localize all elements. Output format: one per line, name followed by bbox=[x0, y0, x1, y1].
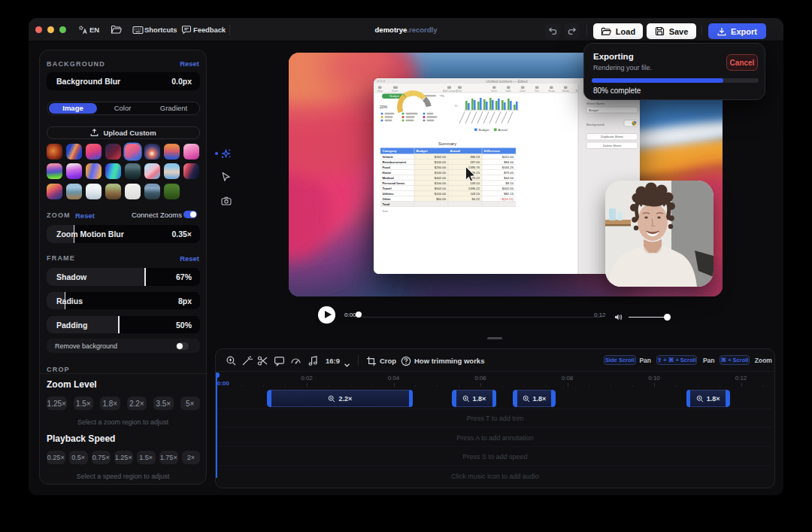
svg-text:Utilities: Utilities bbox=[383, 192, 395, 196]
svg-text:Food: Food bbox=[383, 166, 391, 169]
svg-text:Actual: Actual bbox=[498, 128, 508, 132]
svg-text:Home: Home bbox=[383, 171, 392, 175]
svg-text:118.15: 118.15 bbox=[471, 192, 480, 196]
svg-text:Background: Background bbox=[586, 123, 604, 126]
svg-text:396.23: 396.23 bbox=[470, 155, 480, 159]
svg-text:$44.00: $44.00 bbox=[504, 176, 514, 180]
svg-text:Medical: Medical bbox=[383, 176, 394, 180]
svg-text:$202.00: $202.00 bbox=[435, 155, 447, 159]
svg-text:View: View bbox=[377, 90, 383, 93]
svg-text:$100.00: $100.00 bbox=[435, 171, 447, 175]
svg-text:Travel: Travel bbox=[383, 187, 392, 190]
svg-text:Actual: Actual bbox=[450, 149, 460, 153]
svg-text:Media: Media bbox=[562, 90, 569, 93]
svg-text:Budget: Budget bbox=[479, 128, 490, 132]
svg-text:20%: 20% bbox=[380, 105, 388, 109]
svg-text:Zoom: Zoom bbox=[392, 90, 398, 93]
svg-text:$412.00: $412.00 bbox=[502, 155, 514, 159]
svg-text:84.22: 84.22 bbox=[472, 197, 480, 201]
svg-text:1396.22: 1396.22 bbox=[468, 187, 480, 190]
svg-text:$502.00: $502.00 bbox=[435, 187, 447, 190]
svg-text:Other: Other bbox=[383, 197, 392, 201]
svg-text:Budget: Budget bbox=[389, 94, 400, 98]
svg-text:Sheet Name: Sheet Name bbox=[586, 102, 605, 105]
svg-text:Vehicle: Vehicle bbox=[383, 155, 394, 159]
svg-text:Sum: Sum bbox=[383, 210, 388, 213]
svg-text:$82.15: $82.15 bbox=[504, 192, 514, 196]
svg-text:187.00: 187.00 bbox=[470, 160, 480, 164]
svg-text:$73.00: $73.00 bbox=[504, 171, 514, 175]
svg-text:Duplicate Sheet: Duplicate Sheet bbox=[601, 135, 623, 138]
svg-text:Text: Text bbox=[535, 90, 539, 93]
svg-text:Burger: Burger bbox=[589, 108, 599, 112]
svg-text:Pivot: Pivot bbox=[456, 90, 462, 93]
svg-text:Delete Sheet: Delete Sheet bbox=[603, 144, 622, 147]
svg-text:$502.00: $502.00 bbox=[502, 187, 514, 190]
svg-text:Budget: Budget bbox=[417, 149, 429, 153]
svg-text:−$(34.22): −$(34.22) bbox=[500, 197, 514, 201]
svg-text:Add Category: Add Category bbox=[443, 90, 458, 93]
svg-text:M...: M... bbox=[455, 105, 459, 108]
svg-text:Shape: Shape bbox=[548, 90, 555, 93]
svg-text:$344.25: $344.25 bbox=[502, 166, 514, 169]
svg-text:Category: Category bbox=[383, 149, 398, 153]
svg-text:$100.00: $100.00 bbox=[435, 192, 447, 196]
svg-text:Table: Table bbox=[505, 90, 511, 93]
svg-text:Insert: Insert bbox=[491, 90, 497, 93]
svg-text:$84.00: $84.00 bbox=[504, 160, 514, 164]
svg-text:Reimbursement: Reimbursement bbox=[383, 160, 407, 164]
svg-text:$100.00: $100.00 bbox=[435, 181, 447, 185]
svg-text:$250.00: $250.00 bbox=[435, 166, 447, 169]
svg-text:Chart: Chart bbox=[520, 90, 526, 93]
svg-text:Difference: Difference bbox=[484, 149, 501, 153]
svg-text:$9.10: $9.10 bbox=[506, 181, 514, 185]
svg-text:$402.00: $402.00 bbox=[435, 176, 447, 180]
svg-text:⁻7%: ⁻7% bbox=[438, 94, 444, 98]
svg-text:$50.00: $50.00 bbox=[436, 197, 446, 201]
svg-text:Summary: Summary bbox=[438, 141, 456, 146]
svg-text:149.10: 149.10 bbox=[470, 181, 480, 185]
svg-text:Untitled.numbers — Edited: Untitled.numbers — Edited bbox=[486, 80, 528, 84]
svg-text:$100.00: $100.00 bbox=[435, 160, 447, 164]
svg-text:Personal Items: Personal Items bbox=[383, 181, 405, 185]
svg-text:Total: Total bbox=[383, 202, 390, 206]
svg-text:1395.75: 1395.75 bbox=[468, 166, 480, 169]
